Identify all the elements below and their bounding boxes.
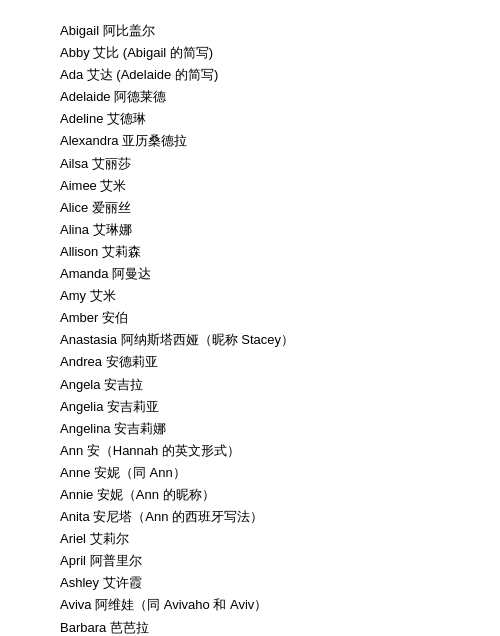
list-item: Amber 安伯 xyxy=(60,307,460,329)
list-item: April 阿普里尔 xyxy=(60,550,460,572)
list-item: Amanda 阿曼达 xyxy=(60,263,460,285)
list-item: Anastasia 阿纳斯塔西娅（昵称 Stacey） xyxy=(60,329,460,351)
list-item: Ann 安（Hannah 的英文形式） xyxy=(60,440,460,462)
list-item: Ashley 艾许霞 xyxy=(60,572,460,594)
list-item: Adelaide 阿德莱德 xyxy=(60,86,460,108)
list-item: Aimee 艾米 xyxy=(60,175,460,197)
list-item: Ada 艾达 (Adelaide 的简写) xyxy=(60,64,460,86)
list-item: Allison 艾莉森 xyxy=(60,241,460,263)
list-item: Ailsa 艾丽莎 xyxy=(60,153,460,175)
list-item: Angelia 安吉莉亚 xyxy=(60,396,460,418)
list-item: Annie 安妮（Ann 的昵称） xyxy=(60,484,460,506)
list-item: Angela 安吉拉 xyxy=(60,374,460,396)
names-list: Abigail 阿比盖尔Abby 艾比 (Abigail 的简写)Ada 艾达 … xyxy=(0,0,500,636)
list-item: Anne 安妮（同 Ann） xyxy=(60,462,460,484)
list-item: Aviva 阿维娃（同 Avivaho 和 Aviv） xyxy=(60,594,460,616)
list-item: Adeline 艾德琳 xyxy=(60,108,460,130)
list-item: Alexandra 亚历桑德拉 xyxy=(60,130,460,152)
list-item: Ariel 艾莉尔 xyxy=(60,528,460,550)
list-item: Amy 艾米 xyxy=(60,285,460,307)
list-item: Barbara 芭芭拉 xyxy=(60,617,460,636)
list-item: Anita 安尼塔（Ann 的西班牙写法） xyxy=(60,506,460,528)
list-item: Angelina 安吉莉娜 xyxy=(60,418,460,440)
list-item: Abby 艾比 (Abigail 的简写) xyxy=(60,42,460,64)
list-item: Alina 艾琳娜 xyxy=(60,219,460,241)
list-item: Alice 爱丽丝 xyxy=(60,197,460,219)
list-item: Andrea 安德莉亚 xyxy=(60,351,460,373)
list-item: Abigail 阿比盖尔 xyxy=(60,20,460,42)
